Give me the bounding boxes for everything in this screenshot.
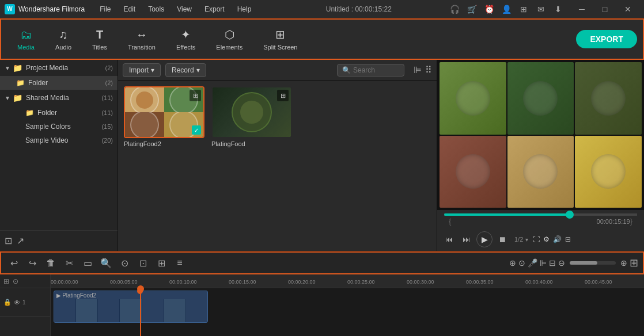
fullscreen-icon[interactable]: ⛶ bbox=[533, 235, 540, 243]
volume-icon[interactable]: 🔊 bbox=[553, 235, 562, 243]
menu-tools[interactable]: Tools bbox=[142, 3, 170, 15]
media-item-plating-food-2[interactable]: ⊞ ✓ PlatingFood2 bbox=[124, 86, 204, 147]
project-media-title: Project Media bbox=[26, 64, 105, 72]
app-logo: W Wondershare Filmora bbox=[5, 4, 85, 14]
color-button[interactable]: ⊙ bbox=[116, 255, 132, 271]
menu-view[interactable]: View bbox=[171, 3, 198, 15]
cut-button[interactable]: ✂ bbox=[61, 255, 77, 271]
toolbar-titles[interactable]: T Titles bbox=[82, 24, 118, 55]
menu-edit[interactable]: Edit bbox=[118, 3, 142, 15]
center-panel-icons: ⊫ ⠿ bbox=[414, 64, 432, 75]
import-arrow-icon: ▾ bbox=[151, 66, 154, 74]
fullscreen-timeline-icon[interactable]: ⊞ bbox=[630, 257, 638, 269]
bracket-right-icon[interactable]: } bbox=[630, 217, 632, 226]
toolbar-split-screen[interactable]: ⊞ Split Screen bbox=[253, 23, 308, 55]
toolbar-audio[interactable]: ♫ Audio bbox=[45, 24, 82, 55]
menu-help[interactable]: Help bbox=[232, 3, 257, 15]
user-icon[interactable]: 👤 bbox=[499, 2, 514, 17]
snap-icon[interactable]: ⊕ bbox=[509, 258, 516, 268]
cart-icon[interactable]: 🛒 bbox=[464, 2, 479, 17]
ruler-track-header: ⊞ ⊙ bbox=[0, 274, 50, 288]
toolbar-media[interactable]: 🗂 Media bbox=[7, 24, 45, 55]
thumb-expand-icon: ⊞ bbox=[190, 90, 201, 101]
zoom-button[interactable]: 🔍 bbox=[98, 255, 114, 271]
shared-media-header[interactable]: ▼ 📁 Shared Media (11) bbox=[0, 90, 118, 106]
settings-button[interactable]: ≡ bbox=[172, 255, 188, 271]
toolbar-elements[interactable]: ⬡ Elements bbox=[206, 23, 253, 55]
thumb-check-icon: ✓ bbox=[192, 125, 201, 135]
mic-icon[interactable]: 🎤 bbox=[528, 258, 537, 268]
mail-icon[interactable]: ✉ bbox=[533, 2, 548, 17]
clock-icon[interactable]: ⏰ bbox=[482, 2, 497, 17]
bracket-controls: { 00:00:15:19 } bbox=[444, 217, 637, 226]
thumb-expand-icon-2: ⊞ bbox=[277, 90, 289, 101]
shared-media-count: (11) bbox=[101, 94, 113, 101]
download-icon[interactable]: ⬇ bbox=[551, 2, 566, 17]
menu-bar: File Edit Tools View Export Help bbox=[94, 3, 270, 15]
import-dropdown[interactable]: Import ▾ bbox=[123, 63, 161, 77]
panel-icon-2[interactable]: ↗ bbox=[17, 235, 24, 246]
filter-icon[interactable]: ⊫ bbox=[414, 64, 422, 75]
minimize-button[interactable]: ─ bbox=[570, 0, 593, 18]
record-dropdown[interactable]: Record ▾ bbox=[165, 63, 206, 77]
close-button[interactable]: ✕ bbox=[616, 0, 639, 18]
progress-bar[interactable] bbox=[444, 213, 637, 216]
timeline-right-tools: ⊕ ⊙ 🎤 ⊫ ⊟ ⊖ ⊕ ⊞ bbox=[509, 257, 638, 269]
menu-export[interactable]: Export bbox=[199, 3, 230, 15]
search-input[interactable] bbox=[353, 66, 399, 74]
toolbar-effects[interactable]: ✦ Effects bbox=[166, 23, 206, 55]
preview-cell-5 bbox=[507, 136, 574, 208]
media-icon: 🗂 bbox=[20, 28, 32, 41]
maximize-button[interactable]: □ bbox=[593, 0, 616, 18]
progress-handle[interactable] bbox=[566, 211, 574, 219]
audio-settings-icon[interactable]: ⊟ bbox=[565, 235, 571, 243]
crop-button[interactable]: ▭ bbox=[79, 255, 96, 271]
pip-button[interactable]: ⊞ bbox=[153, 255, 169, 271]
stop-button[interactable]: ⏹ bbox=[495, 232, 510, 247]
menu-file[interactable]: File bbox=[94, 3, 116, 15]
shared-media-arrow: ▼ bbox=[5, 95, 10, 101]
titles-label: Titles bbox=[92, 44, 107, 51]
step-back-button[interactable]: ⏮ bbox=[442, 232, 457, 247]
track-area: ▶ PlatingFood2 bbox=[51, 288, 644, 336]
settings-icon[interactable]: ⚙ bbox=[543, 235, 550, 243]
play-button[interactable]: ▶ bbox=[476, 231, 493, 247]
sample-colors-item[interactable]: Sample Colors (15) bbox=[0, 120, 118, 133]
left-panel: ▼ 📁 Project Media (2) 📁 Folder (2) ▼ 📁 S… bbox=[0, 60, 118, 251]
split-screen-label: Split Screen bbox=[263, 44, 297, 51]
sample-video-item[interactable]: Sample Video (20) bbox=[0, 133, 118, 147]
zoom-out-icon[interactable]: ⊖ bbox=[558, 258, 565, 268]
project-media-folder-item[interactable]: 📁 Folder (2) bbox=[0, 76, 118, 90]
panel-icon-1[interactable]: ⊡ bbox=[5, 235, 12, 246]
split-button[interactable]: ⊡ bbox=[135, 255, 151, 271]
lock-icon[interactable]: 🔒 bbox=[3, 299, 12, 306]
toolbar-transition[interactable]: ↔ Transition bbox=[118, 24, 166, 55]
screen-icon[interactable]: ⊟ bbox=[549, 258, 556, 268]
prev-frame-button[interactable]: ⏭ bbox=[459, 232, 474, 247]
eye-icon[interactable]: 👁 bbox=[14, 299, 20, 306]
redo-button[interactable]: ↪ bbox=[24, 255, 40, 271]
delete-button[interactable]: 🗑 bbox=[43, 255, 59, 271]
progress-fill bbox=[444, 213, 570, 216]
video-clip[interactable]: ▶ PlatingFood2 bbox=[54, 291, 208, 323]
bracket-left-icon[interactable]: { bbox=[449, 217, 451, 226]
clip-title: PlatingFood2 bbox=[62, 292, 96, 299]
preview-cell-4 bbox=[440, 136, 506, 208]
search-box[interactable]: 🔍 bbox=[337, 64, 404, 77]
shared-media-folder-item[interactable]: 📁 Folder (11) bbox=[0, 106, 118, 120]
track-add-icon[interactable]: ⊞ bbox=[3, 277, 9, 285]
undo-button[interactable]: ↩ bbox=[6, 255, 22, 271]
headphones-icon[interactable]: 🎧 bbox=[447, 2, 462, 17]
grid-view-icon[interactable]: ⠿ bbox=[425, 64, 432, 75]
export-button[interactable]: EXPORT bbox=[576, 30, 637, 48]
media-item-plating-food[interactable]: ⊞ PlatingFood bbox=[211, 86, 292, 147]
track-link-icon[interactable]: ⊙ bbox=[13, 277, 18, 285]
grid-icon[interactable]: ⊞ bbox=[516, 2, 531, 17]
plating-food-thumb: ⊞ bbox=[211, 86, 292, 138]
playhead[interactable] bbox=[140, 288, 141, 336]
zoom-in-icon[interactable]: ⊕ bbox=[620, 258, 627, 268]
shield-icon[interactable]: ⊙ bbox=[518, 258, 525, 268]
voiceover-icon[interactable]: ⊫ bbox=[540, 258, 547, 268]
project-media-header[interactable]: ▼ 📁 Project Media (2) bbox=[0, 60, 118, 76]
main-area: ▼ 📁 Project Media (2) 📁 Folder (2) ▼ 📁 S… bbox=[0, 60, 644, 251]
